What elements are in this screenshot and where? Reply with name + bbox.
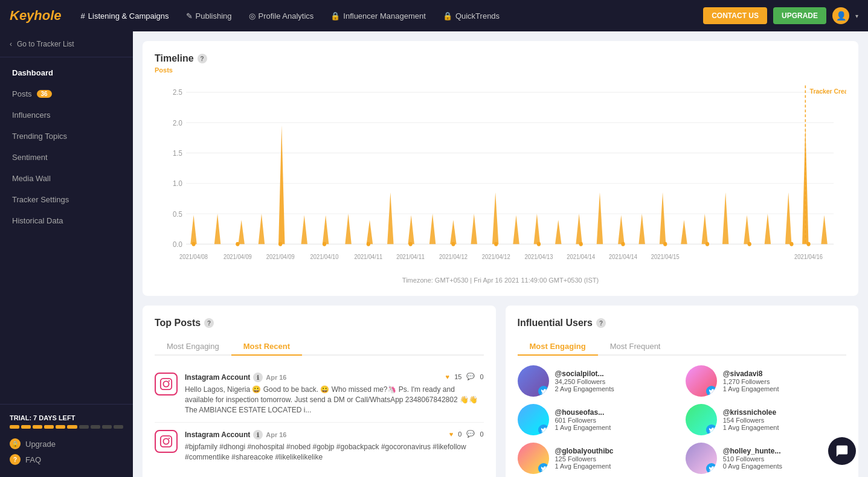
- sidebar-item-posts[interactable]: Posts 36: [0, 83, 133, 104]
- lock-icon-quicktrends: 🔒: [443, 11, 452, 21]
- user-card[interactable]: @houseofas... 601 Followers 1 Avg Engage…: [518, 404, 678, 435]
- svg-marker-39: [765, 214, 771, 244]
- influential-users-title: Influential Users ?: [518, 318, 847, 328]
- twitter-badge: [706, 424, 717, 435]
- sidebar-item-tracker-settings[interactable]: Tracker Settings: [0, 189, 133, 210]
- svg-point-78: [163, 439, 169, 444]
- nav-item-quicktrends[interactable]: 🔒 QuickTrends: [443, 11, 500, 21]
- svg-point-72: [789, 242, 793, 246]
- svg-marker-15: [259, 214, 265, 244]
- svg-marker-30: [576, 214, 582, 244]
- nav-item-profile-analytics[interactable]: ◎ Profile Analytics: [249, 11, 314, 21]
- sidebar-item-dashboard[interactable]: Dashboard: [0, 62, 133, 83]
- nav-item-publishing[interactable]: ✎ Publishing: [186, 11, 232, 21]
- svg-point-67: [579, 242, 583, 246]
- user-handle: @krissnicholee: [723, 408, 779, 417]
- user-avatar-button[interactable]: 👤: [832, 7, 849, 24]
- user-followers: 510 Followers: [723, 455, 782, 463]
- tab-most-recent-posts[interactable]: Most Recent: [231, 338, 302, 356]
- user-card[interactable]: @sivadavi8 1,270 Followers 1 Avg Engagem…: [686, 365, 846, 397]
- sidebar-back-button[interactable]: ‹ Go to Tracker List: [0, 31, 133, 57]
- timeline-chart: 2.5 2.0 1.5 1.0 0.5 0.0: [155, 78, 846, 272]
- post-info-icon-2[interactable]: ℹ: [253, 430, 263, 440]
- nav-item-listening[interactable]: # Listening & Campaigns: [81, 11, 169, 21]
- post-info-icon-1[interactable]: ℹ: [253, 373, 263, 382]
- tab-most-engaging-posts[interactable]: Most Engaging: [155, 338, 231, 356]
- trial-segment-3: [44, 425, 54, 429]
- contact-us-button[interactable]: CONTACT US: [703, 7, 767, 24]
- nav-item-influencer[interactable]: 🔒 Influencer Management: [330, 11, 426, 21]
- svg-text:2021/04/14: 2021/04/14: [609, 254, 637, 261]
- top-nav: Keyhole # Listening & Campaigns ✎ Publis…: [0, 0, 868, 31]
- sidebar-item-influencers[interactable]: Influencers: [0, 104, 133, 126]
- svg-marker-20: [367, 220, 373, 244]
- svg-marker-21: [387, 193, 393, 245]
- sidebar-upgrade-item[interactable]: 🔒 Upgrade: [10, 436, 123, 452]
- hash-icon: #: [81, 11, 85, 21]
- chevron-left-icon: ‹: [10, 40, 12, 48]
- user-handle: @holley_hunte...: [723, 447, 782, 455]
- svg-rect-77: [161, 436, 172, 447]
- svg-marker-36: [702, 214, 708, 244]
- upgrade-button[interactable]: UPGRADE: [773, 7, 826, 24]
- sidebar-item-historical[interactable]: Historical Data: [0, 210, 133, 231]
- user-engagement: 0 Avg Engagements: [723, 463, 782, 470]
- user-followers: 34,250 Followers: [555, 378, 614, 385]
- tab-most-engaging-users[interactable]: Most Engaging: [518, 338, 598, 356]
- sidebar-item-media-wall[interactable]: Media Wall: [0, 168, 133, 189]
- svg-marker-22: [408, 215, 414, 244]
- post-account-2: Instagram Account ℹ Apr 16: [185, 430, 287, 440]
- heart-icon-2: ♥: [449, 431, 454, 438]
- svg-point-59: [236, 242, 239, 246]
- user-engagement: 1 Avg Engagement: [555, 424, 611, 431]
- post-content-1: Instagram Account ℹ Apr 16 ♥ 15 💬 0: [185, 373, 484, 415]
- chevron-down-icon[interactable]: ▾: [855, 13, 858, 19]
- svg-point-58: [191, 242, 195, 246]
- svg-marker-23: [429, 214, 436, 244]
- timeline-card: Timeline ? Posts 2.5 2.0 1.5 1.0: [143, 41, 858, 296]
- bottom-panels: Top Posts ? Most Engaging Most Recent: [143, 306, 858, 477]
- user-card[interactable]: @krissnicholee 154 Followers 1 Avg Engag…: [686, 404, 846, 435]
- post-text-2: #bjpfamily #dhongi #nohospital #nobed #g…: [185, 442, 484, 463]
- user-engagement: 2 Avg Engagements: [555, 385, 614, 392]
- svg-text:2021/04/12: 2021/04/12: [482, 254, 510, 261]
- svg-text:1.0: 1.0: [173, 179, 182, 188]
- post-text-1: Hello Lagos, Nigeria 😀 Good to be back. …: [185, 385, 484, 415]
- svg-point-73: [806, 242, 810, 246]
- svg-text:2021/04/14: 2021/04/14: [567, 254, 595, 261]
- influential-users-info-icon[interactable]: ?: [596, 318, 606, 328]
- user-card[interactable]: @globalyouthibc 125 Followers 1 Avg Enga…: [518, 443, 678, 474]
- logo[interactable]: Keyhole: [10, 8, 62, 24]
- post-header-1: Instagram Account ℹ Apr 16 ♥ 15 💬 0: [185, 373, 484, 382]
- user-avatar: [686, 443, 717, 474]
- user-followers: 601 Followers: [555, 417, 611, 424]
- svg-text:2021/04/13: 2021/04/13: [525, 254, 553, 261]
- pencil-icon: ✎: [186, 11, 193, 21]
- circle-icon: ◎: [249, 11, 256, 21]
- top-posts-info-icon[interactable]: ?: [204, 318, 214, 328]
- sidebar-item-sentiment[interactable]: Sentiment: [0, 147, 133, 168]
- svg-text:Tracker Created: Tracker Created: [810, 88, 846, 95]
- svg-marker-19: [345, 214, 351, 244]
- question-icon: ?: [10, 454, 21, 465]
- instagram-icon-2: [155, 430, 178, 453]
- timeline-info-icon[interactable]: ?: [198, 54, 207, 63]
- post-content-2: Instagram Account ℹ Apr 16 ♥ 0 💬 0: [185, 430, 484, 463]
- heart-icon-1: ♥: [446, 373, 450, 380]
- tab-most-frequent-users[interactable]: Most Frequent: [598, 338, 673, 356]
- user-engagement: 1 Avg Engagement: [723, 385, 779, 392]
- post-stats-2: ♥ 0 💬 0: [449, 430, 484, 438]
- lock-icon-influencer: 🔒: [330, 11, 340, 21]
- user-handle: @socialpilot...: [555, 370, 614, 378]
- user-card[interactable]: @socialpilot... 34,250 Followers 2 Avg E…: [518, 365, 678, 397]
- chat-widget-button[interactable]: [828, 437, 856, 465]
- svg-marker-33: [639, 214, 645, 244]
- user-followers: 1,270 Followers: [723, 378, 779, 385]
- sidebar-faq-item[interactable]: ? FAQ: [10, 452, 123, 467]
- trial-segment-0: [10, 425, 19, 429]
- svg-text:2021/04/09: 2021/04/09: [223, 254, 252, 261]
- sidebar-item-trending[interactable]: Trending Topics: [0, 126, 133, 147]
- user-card[interactable]: @holley_hunte... 510 Followers 0 Avg Eng…: [686, 443, 846, 474]
- svg-marker-17: [301, 215, 307, 244]
- users-grid: @socialpilot... 34,250 Followers 2 Avg E…: [518, 365, 847, 474]
